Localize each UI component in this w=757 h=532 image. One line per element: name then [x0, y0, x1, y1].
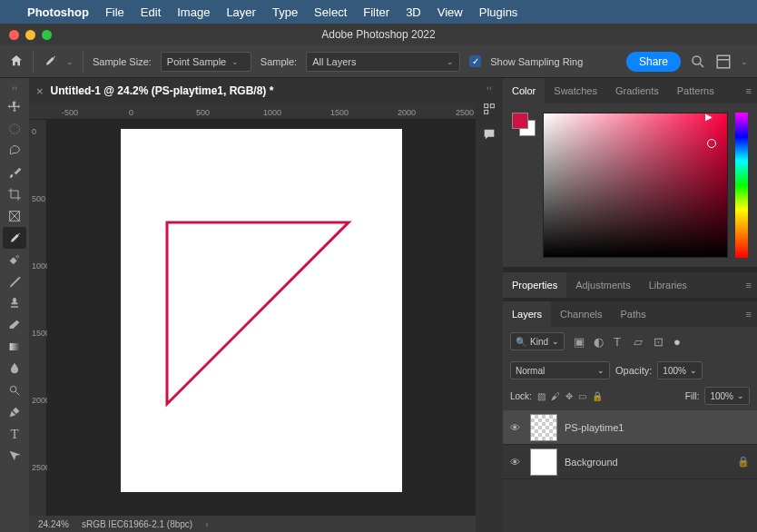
eyedropper-tool[interactable]: [3, 227, 26, 249]
panel-menu-icon[interactable]: ≡: [741, 309, 757, 320]
tab-gradients[interactable]: Gradients: [606, 78, 668, 103]
tab-color[interactable]: Color: [503, 78, 545, 103]
menu-type[interactable]: Type: [272, 5, 298, 19]
lock-all-icon[interactable]: 🔒: [592, 391, 603, 401]
sample-dropdown[interactable]: All Layers ⌄: [306, 52, 460, 72]
layer-name[interactable]: Background: [565, 457, 618, 468]
tab-swatches[interactable]: Swatches: [545, 78, 606, 103]
svg-point-2: [10, 124, 20, 134]
visibility-icon[interactable]: 👁: [510, 457, 523, 468]
adjustment-filter-icon[interactable]: ◐: [594, 335, 606, 348]
menu-layer[interactable]: Layer: [226, 5, 256, 19]
svg-rect-1: [717, 55, 730, 68]
layer-filter-dropdown[interactable]: 🔍Kind⌄: [510, 332, 565, 350]
tab-libraries[interactable]: Libraries: [640, 272, 696, 298]
history-icon[interactable]: [482, 102, 496, 118]
search-icon[interactable]: [690, 54, 706, 70]
eyedropper-icon[interactable]: [43, 54, 57, 70]
ruler-horizontal[interactable]: -500 0 500 1000 1500 2000 2500: [29, 103, 476, 120]
menu-3d[interactable]: 3D: [406, 5, 421, 19]
opacity-input[interactable]: 100%⌄: [657, 361, 703, 379]
foreground-color[interactable]: [512, 113, 528, 129]
type-filter-icon[interactable]: T: [614, 335, 626, 348]
layer-thumbnail[interactable]: [530, 448, 557, 476]
crop-tool[interactable]: [3, 183, 26, 205]
lock-paint-icon[interactable]: 🖌: [551, 391, 560, 401]
type-tool[interactable]: T: [3, 423, 26, 445]
chevron-right-icon[interactable]: ›: [205, 519, 208, 529]
ruler-vertical[interactable]: 0 500 1000 1500 2000 2500: [29, 120, 47, 516]
menu-select[interactable]: Select: [314, 5, 347, 19]
lasso-tool[interactable]: [3, 140, 26, 162]
home-icon[interactable]: [9, 54, 24, 70]
show-ring-checkbox[interactable]: ✓: [469, 55, 481, 67]
minimize-icon[interactable]: [25, 30, 35, 40]
color-profile[interactable]: sRGB IEC61966-2.1 (8bpc): [82, 519, 192, 529]
visibility-icon[interactable]: 👁: [510, 422, 523, 433]
tab-channels[interactable]: Channels: [551, 301, 611, 327]
share-button[interactable]: Share: [626, 52, 681, 72]
color-picker-field[interactable]: ▶: [543, 113, 728, 258]
blend-mode-dropdown[interactable]: Normal⌄: [510, 361, 610, 379]
close-icon[interactable]: [9, 30, 19, 40]
menu-edit[interactable]: Edit: [141, 5, 161, 19]
document-tab[interactable]: × Untitled-1 @ 24.2% (PS-playtime1, RGB/…: [29, 78, 476, 103]
tab-patterns[interactable]: Patterns: [668, 78, 723, 103]
app-menu[interactable]: Photoshop: [27, 5, 89, 19]
lock-pos-icon[interactable]: ✥: [565, 391, 573, 401]
workspace-icon[interactable]: [715, 54, 732, 70]
pixel-filter-icon[interactable]: ▣: [574, 335, 586, 348]
menu-file[interactable]: File: [105, 5, 124, 19]
artboard[interactable]: [121, 129, 402, 492]
lock-trans-icon[interactable]: ▨: [537, 391, 546, 401]
menu-view[interactable]: View: [437, 5, 463, 19]
paint-tool[interactable]: [3, 271, 26, 292]
layer-row[interactable]: 👁 PS-playtime1: [503, 410, 757, 445]
menu-image[interactable]: Image: [177, 5, 210, 19]
fill-input[interactable]: 100%⌄: [704, 387, 750, 405]
shape-filter-icon[interactable]: ▱: [634, 335, 646, 348]
filter-toggle[interactable]: ●: [673, 335, 686, 348]
tool-palette: ›› T: [0, 78, 29, 532]
workspace-chevron-icon[interactable]: ⌄: [741, 57, 748, 66]
zoom-icon[interactable]: [42, 30, 52, 40]
blur-tool[interactable]: [3, 358, 26, 379]
layer-name[interactable]: PS-playtime1: [565, 422, 624, 433]
tab-properties[interactable]: Properties: [503, 272, 566, 298]
path-tool[interactable]: [3, 445, 26, 467]
layer-row[interactable]: 👁 Background 🔒: [503, 445, 757, 479]
tab-adjustments[interactable]: Adjustments: [566, 272, 640, 298]
fg-bg-swatch[interactable]: [512, 113, 536, 136]
canvas-viewport[interactable]: [47, 120, 476, 516]
dodge-tool[interactable]: [3, 379, 26, 401]
lock-nest-icon[interactable]: ▭: [578, 391, 586, 401]
tool-chevron-icon[interactable]: ⌄: [66, 57, 74, 66]
svg-point-4: [16, 255, 19, 258]
smart-filter-icon[interactable]: ⊡: [654, 335, 666, 348]
frame-tool[interactable]: [3, 205, 26, 227]
marquee-tool[interactable]: [3, 118, 26, 140]
brush-tool[interactable]: [3, 162, 26, 183]
lock-icon[interactable]: 🔒: [737, 456, 750, 468]
panel-menu-icon[interactable]: ≡: [741, 85, 757, 96]
menu-filter[interactable]: Filter: [363, 5, 389, 19]
tab-layers[interactable]: Layers: [503, 301, 551, 327]
eraser-tool[interactable]: [3, 314, 26, 336]
tab-paths[interactable]: Paths: [612, 301, 655, 327]
healing-tool[interactable]: [3, 249, 26, 271]
gradient-tool[interactable]: [3, 336, 26, 358]
sample-size-dropdown[interactable]: Point Sample ⌄: [161, 52, 251, 72]
stamp-tool[interactable]: [3, 292, 26, 314]
pen-tool[interactable]: [3, 401, 26, 423]
comments-icon[interactable]: [482, 127, 496, 143]
zoom-level[interactable]: 24.24%: [38, 519, 69, 529]
layer-thumbnail[interactable]: [530, 414, 557, 441]
panel-menu-icon[interactable]: ≡: [741, 280, 757, 291]
close-tab-icon[interactable]: ×: [36, 84, 44, 98]
collapse-icon[interactable]: ››: [12, 84, 17, 93]
hue-slider[interactable]: [735, 113, 748, 258]
menu-plugins[interactable]: Plugins: [479, 5, 518, 19]
move-tool[interactable]: [3, 96, 26, 118]
collapse-icon[interactable]: ‹‹: [487, 84, 492, 93]
picker-cursor: [707, 139, 716, 148]
